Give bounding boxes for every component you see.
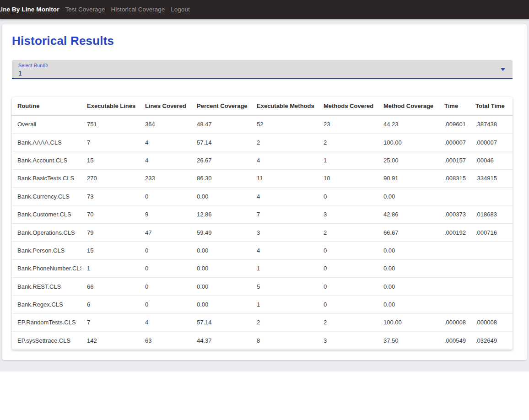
page-title: Historical Results xyxy=(12,34,517,47)
table-row: Bank.AAAA.CLS7457.1422100.00.000007.0000… xyxy=(12,133,513,151)
table-cell: 57.14 xyxy=(191,133,251,151)
table-cell: 12.86 xyxy=(191,205,251,223)
table-cell: 0 xyxy=(318,242,378,259)
table-cell: 0.00 xyxy=(191,278,251,296)
brand[interactable]: Line By Line Monitor xyxy=(0,6,59,13)
table-cell xyxy=(470,242,513,259)
table-cell: 47 xyxy=(140,223,191,241)
table-cell: .018683 xyxy=(470,205,513,223)
table-row: Overall75136448.47522344.23.009601.38743… xyxy=(12,115,513,133)
table-cell: Bank.Currency.CLS xyxy=(12,188,81,205)
table-cell: 0 xyxy=(318,259,378,277)
table-cell: 0.00 xyxy=(191,296,251,313)
column-header: Lines Covered xyxy=(140,97,191,115)
nav-link-historical-coverage[interactable]: Historical Coverage xyxy=(111,6,165,13)
nav-link-test-coverage[interactable]: Test Coverage xyxy=(65,6,105,13)
table-cell: 4 xyxy=(140,313,191,331)
table-cell: .000157 xyxy=(439,151,470,169)
runid-select-label: Select RunID xyxy=(18,63,506,68)
table-cell: 4 xyxy=(251,188,318,205)
table-cell: .009601 xyxy=(439,115,470,133)
table-cell: .000008 xyxy=(470,313,513,331)
table-row: Bank.REST.CLS6600.00500.00 xyxy=(12,278,513,296)
table-cell: 44.37 xyxy=(191,332,251,350)
table-cell: 70 xyxy=(81,205,140,223)
table-cell: .000007 xyxy=(470,133,513,151)
table-cell: 90.91 xyxy=(378,169,439,187)
table-cell: .008315 xyxy=(439,169,470,187)
table-cell: 11 xyxy=(251,169,318,187)
table-cell: Bank.Operations.CLS xyxy=(12,223,81,241)
table-cell: Bank.Person.CLS xyxy=(12,242,81,259)
table-cell: Bank.Customer.CLS xyxy=(12,205,81,223)
table-cell: 0.00 xyxy=(378,259,439,277)
table-cell: 37.50 xyxy=(378,332,439,350)
navbar: Line By Line Monitor Test Coverage Histo… xyxy=(0,0,529,19)
table-cell: 4 xyxy=(140,151,191,169)
table-cell: 23 xyxy=(318,115,378,133)
table-cell xyxy=(439,278,470,296)
table-cell: 0.00 xyxy=(378,296,439,313)
table-cell xyxy=(470,259,513,277)
table-header: RoutineExecutable LinesLines CoveredPerc… xyxy=(12,97,513,115)
table-body: Overall75136448.47522344.23.009601.38743… xyxy=(12,115,513,350)
table-cell: Bank.Account.CLS xyxy=(12,151,81,169)
table-cell: Bank.PhoneNumber.CLS xyxy=(12,259,81,277)
table-cell xyxy=(470,188,513,205)
table-cell xyxy=(470,296,513,313)
table-cell: Bank.AAAA.CLS xyxy=(12,133,81,151)
table-header-row: RoutineExecutable LinesLines CoveredPerc… xyxy=(12,97,513,115)
main-card: Historical Results Select RunID 1 Routin… xyxy=(2,24,527,360)
column-header: Executable Lines xyxy=(81,97,140,115)
table-cell: 63 xyxy=(140,332,191,350)
table-cell: 7 xyxy=(81,313,140,331)
runid-select[interactable]: Select RunID 1 xyxy=(12,60,513,79)
table-cell: 2 xyxy=(318,223,378,241)
table-cell: 66.67 xyxy=(378,223,439,241)
table-cell xyxy=(439,296,470,313)
table-cell: 1 xyxy=(251,259,318,277)
table-cell: 233 xyxy=(140,169,191,187)
table-cell: 59.49 xyxy=(191,223,251,241)
table-cell: 4 xyxy=(251,242,318,259)
table-cell: .000192 xyxy=(439,223,470,241)
table-cell: 0 xyxy=(140,296,191,313)
table-cell: 0 xyxy=(318,188,378,205)
nav-link-logout[interactable]: Logout xyxy=(171,6,189,13)
table-cell: Bank.Regex.CLS xyxy=(12,296,81,313)
table-cell: 142 xyxy=(81,332,140,350)
table-cell: 0 xyxy=(140,188,191,205)
table-cell: .000008 xyxy=(439,313,470,331)
table-cell: 6 xyxy=(81,296,140,313)
table-cell: EP.RandomTests.CLS xyxy=(12,313,81,331)
table-cell: 2 xyxy=(318,133,378,151)
table-cell: 0 xyxy=(140,259,191,277)
table-cell: 52 xyxy=(251,115,318,133)
table-cell: 86.30 xyxy=(191,169,251,187)
table-cell: .334915 xyxy=(470,169,513,187)
table-row: Bank.Regex.CLS600.00100.00 xyxy=(12,296,513,313)
dropdown-arrow-icon xyxy=(501,68,505,71)
table-cell: 3 xyxy=(318,205,378,223)
table-cell: 0.00 xyxy=(191,259,251,277)
table-row: EP.RandomTests.CLS7457.1422100.00.000008… xyxy=(12,313,513,331)
table-row: Bank.Customer.CLS70912.867342.86.000373.… xyxy=(12,205,513,223)
column-header: Routine xyxy=(12,97,81,115)
table-cell: 0 xyxy=(318,296,378,313)
column-header: Time xyxy=(439,97,470,115)
table-cell: 26.67 xyxy=(191,151,251,169)
table-cell: 0 xyxy=(140,242,191,259)
table-cell: 10 xyxy=(318,169,378,187)
table-cell: Bank.REST.CLS xyxy=(12,278,81,296)
table-cell: 0 xyxy=(318,278,378,296)
table-cell: .387438 xyxy=(470,115,513,133)
table-cell: .032649 xyxy=(470,332,513,350)
table-cell xyxy=(439,259,470,277)
table-cell: 25.00 xyxy=(378,151,439,169)
table-row: Bank.Account.CLS15426.674125.00.000157.0… xyxy=(12,151,513,169)
table-cell: 1 xyxy=(251,296,318,313)
table-cell xyxy=(439,188,470,205)
table-cell: 15 xyxy=(81,151,140,169)
table-cell: 2 xyxy=(251,313,318,331)
table-cell: 270 xyxy=(81,169,140,187)
